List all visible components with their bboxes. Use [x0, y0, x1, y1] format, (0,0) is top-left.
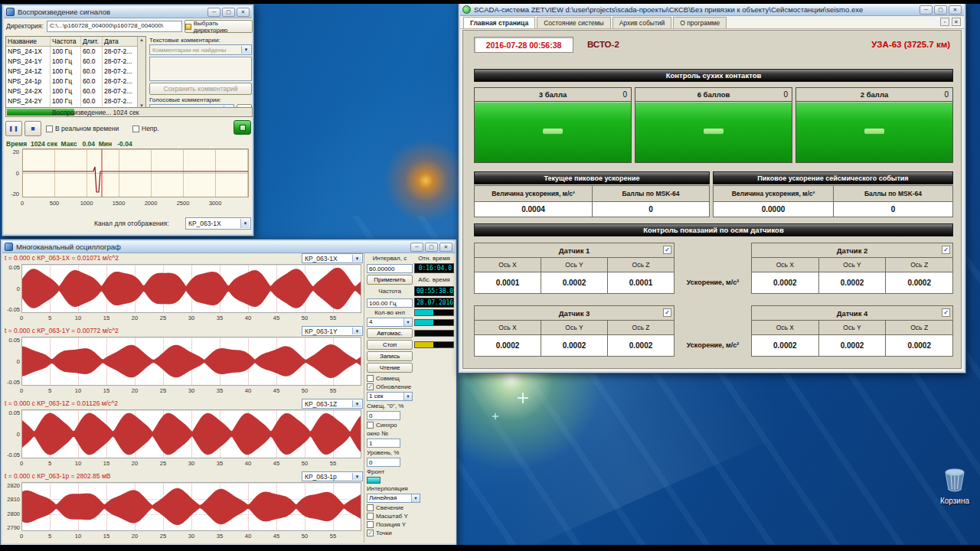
- oscilloscope-window: Многоканальный осциллограф ─ ▢ ✕ t = 0.0…: [0, 239, 457, 546]
- signal-file-table[interactable]: Название Частота Длит. Дата NPS_24-1X100…: [5, 36, 146, 109]
- maximize-button[interactable]: ▢: [222, 8, 235, 17]
- axis-value: 0.0002: [608, 335, 674, 356]
- axis-header: Ось Y: [541, 258, 608, 272]
- file-row[interactable]: NPS_24-1p100 Гц60.028-07-2...: [6, 77, 145, 86]
- level-field[interactable]: 0: [367, 458, 400, 467]
- chart-y-axis: 200-20: [5, 148, 21, 197]
- refresh-checkbox[interactable]: ✓Обновление: [367, 383, 454, 390]
- directory-field[interactable]: C:\...\р160728_004000\р160728_004000\: [47, 21, 182, 32]
- contact-indicator-green: [475, 103, 631, 162]
- zero-offset-field[interactable]: 0: [367, 411, 400, 420]
- refresh-period-combo[interactable]: 1 сек▼: [367, 392, 413, 401]
- autoscale-button[interactable]: Автомас.: [367, 328, 413, 338]
- minimize-button[interactable]: ─: [410, 243, 423, 252]
- save-comment-button[interactable]: Сохранить комментарий: [149, 83, 252, 95]
- panel-minimize-icon[interactable]: ▫: [940, 18, 949, 26]
- close-button[interactable]: ✕: [237, 8, 250, 17]
- sensor-checkbox[interactable]: ✓: [942, 246, 950, 254]
- minimize-button[interactable]: ─: [920, 5, 933, 15]
- record-button[interactable]: Запись: [367, 351, 413, 361]
- channel-display-combo[interactable]: КР_063-1X▼: [185, 217, 251, 230]
- overlay-checkbox[interactable]: Совмещ: [367, 375, 454, 382]
- axis-value: 0.0002: [752, 272, 819, 293]
- channel-count-combo[interactable]: 4▼: [367, 318, 413, 327]
- level-label: Уровень, %: [367, 449, 454, 456]
- checkbox: [367, 513, 374, 520]
- channel-selector[interactable]: КР_063-1Y▼: [302, 326, 363, 336]
- maximize-button[interactable]: ▢: [934, 5, 947, 15]
- realtime-checkbox[interactable]: В реальном времени: [46, 125, 119, 132]
- accel-label: Величина ускорения, м/с²: [713, 185, 834, 202]
- sensor-checkbox[interactable]: ✓: [942, 308, 950, 317]
- interpolation-combo[interactable]: Линейная▼: [367, 494, 420, 503]
- continuous-checkbox[interactable]: Непр.: [132, 125, 159, 132]
- dots-checkbox[interactable]: ✓Точки: [367, 530, 454, 536]
- glow-checkbox[interactable]: Свечение: [367, 504, 454, 511]
- channel-selector[interactable]: КР_063-1X▼: [302, 253, 363, 263]
- directory-label: Директория:: [6, 22, 44, 30]
- window-title: Многоканальный осциллограф: [16, 243, 407, 251]
- axis-value-row: 0.00020.00020.0002: [752, 272, 952, 293]
- file-row[interactable]: NPS_24-2X100 Гц60.028-07-2...: [6, 86, 145, 96]
- tab-about[interactable]: О программе: [673, 17, 727, 28]
- chevron-down-icon: ▼: [352, 328, 361, 334]
- scale-y-checkbox[interactable]: Масштаб Y: [367, 513, 454, 520]
- date-display: 28.07.2016: [414, 298, 454, 308]
- front-toggle[interactable]: [367, 477, 381, 484]
- interval-field[interactable]: 60.00000: [367, 264, 413, 273]
- sensor-checkbox[interactable]: ✓: [663, 246, 671, 254]
- file-row[interactable]: NPS_24-1Y100 Гц60.028-07-2...: [6, 57, 145, 67]
- file-table-header: Название Частота Длит. Дата: [6, 37, 145, 47]
- channel-color-indicator: [414, 330, 454, 337]
- contact-panel-6: 6 баллов0: [635, 87, 792, 163]
- axis-header: Ось Z: [886, 321, 952, 335]
- axis-value: 0.0002: [752, 335, 819, 356]
- pause-button[interactable]: ❚❚: [5, 121, 22, 136]
- text-comments-combo[interactable]: Комментарии не найдены▼: [149, 44, 252, 55]
- stop-button[interactable]: Стоп: [367, 340, 413, 350]
- letterbox-top: [0, 0, 980, 4]
- close-button[interactable]: ✕: [439, 243, 452, 252]
- close-button[interactable]: ✕: [949, 5, 962, 15]
- contact-indicator-green: [796, 103, 952, 162]
- read-button[interactable]: Чтение: [367, 363, 413, 373]
- frequency-field[interactable]: 100.00 Гц: [367, 298, 413, 308]
- minimize-button[interactable]: ─: [207, 8, 220, 17]
- file-table-scrollbar[interactable]: ▲▼: [137, 37, 145, 109]
- choose-directory-button[interactable]: Выбрать директорию: [185, 20, 253, 33]
- axis-value: 0.0002: [886, 272, 952, 293]
- apply-button[interactable]: Применить: [367, 275, 413, 285]
- x-axis: 0510152025303540455055: [21, 460, 361, 468]
- recycle-bin[interactable]: Корзина: [937, 467, 972, 505]
- playback-titlebar[interactable]: Воспроизведение сигналов ─ ▢ ✕: [4, 6, 252, 18]
- sensor-checkbox[interactable]: ✓: [663, 308, 671, 317]
- sync-checkbox[interactable]: Синхро: [367, 422, 454, 429]
- text-comments-label: Текстовые комментарии:: [149, 37, 220, 44]
- file-row[interactable]: NPS_24-1Z100 Гц60.028-07-2...: [6, 67, 145, 77]
- window-number-field[interactable]: 1: [367, 439, 400, 448]
- accel-label: Величина ускорения, м/с²: [474, 185, 593, 202]
- position-y-checkbox[interactable]: Позиция Y: [367, 521, 454, 528]
- tab-main-page[interactable]: Главная страница: [463, 17, 535, 28]
- x-axis: 0510152025303540455055: [21, 387, 361, 395]
- msk-label: Баллы по MSK-64: [833, 185, 953, 202]
- loop-button[interactable]: [234, 120, 251, 135]
- file-row[interactable]: NPS_24-1X100 Гц60.028-07-2...: [6, 47, 145, 57]
- axis-header-row: Ось XОсь YОсь Z: [752, 258, 952, 272]
- interval-label: Интервал, с: [367, 255, 413, 262]
- scada-titlebar[interactable]: SCADA-система ZETVIEW d:\user\projects\s…: [460, 4, 964, 16]
- channel-selector[interactable]: КР_063-1Z▼: [302, 399, 363, 409]
- maximize-button[interactable]: ▢: [425, 243, 438, 252]
- channel-selector[interactable]: КР_063-1p▼: [302, 471, 363, 481]
- tab-event-archive[interactable]: Архив событий: [612, 17, 672, 28]
- stop-button[interactable]: ■: [24, 121, 41, 136]
- osc-titlebar[interactable]: Многоканальный осциллограф ─ ▢ ✕: [2, 241, 455, 253]
- tab-system-state[interactable]: Состояние системы: [537, 17, 611, 28]
- panel-close-icon[interactable]: ✕: [952, 18, 961, 26]
- comment-list[interactable]: [149, 57, 252, 81]
- axis-header: Ось X: [752, 321, 819, 335]
- dry-contacts-header: Контроль сухих контактов: [474, 69, 953, 82]
- file-row[interactable]: NPS_24-2Y100 Гц60.028-07-2...: [6, 96, 145, 106]
- window-title: SCADA-система ZETVIEW d:\user\projects\s…: [474, 5, 916, 14]
- axis-value-row: 0.00020.00020.0002: [475, 335, 674, 356]
